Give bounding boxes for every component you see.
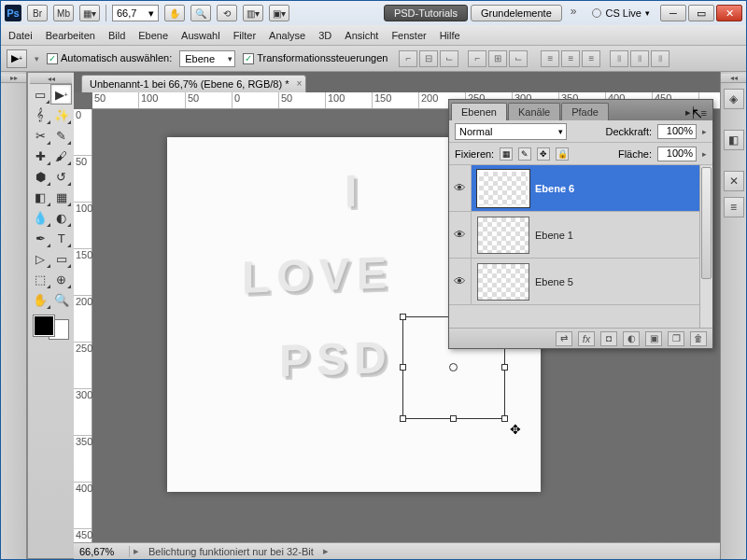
visibility-icon[interactable]: 👁 [449,259,472,304]
color-swatch[interactable] [34,315,69,340]
menu-datei[interactable]: Datei [8,30,33,41]
left-dock-expand-icon[interactable]: ▸▸ [1,74,26,83]
layer-style-icon[interactable]: fx [578,331,595,346]
delete-layer-icon[interactable]: 🗑 [690,331,707,346]
transform-handle-ml[interactable] [400,364,406,371]
panel-menu-icon[interactable]: ≡ [701,107,707,119]
group-icon[interactable]: ▣ [645,331,662,346]
close-button[interactable]: ✕ [716,5,742,21]
dist-right[interactable]: ⦀ [651,50,669,67]
layer-name[interactable]: Ebene 5 [535,276,573,287]
scrollbar-thumb[interactable] [701,167,712,279]
menu-ansicht[interactable]: Ansicht [345,30,378,41]
lock-transparency-icon[interactable]: ▦ [500,147,513,161]
current-tool-icon[interactable]: ▶+ [7,49,27,68]
transform-center-icon[interactable] [449,363,458,371]
workspace-grundelemente[interactable]: Grundelemente [471,5,562,21]
align-bottom[interactable]: ⌙ [440,50,458,67]
hand-tool[interactable]: ✋ [30,289,51,310]
opacity-input[interactable]: 100% [657,124,697,139]
adjustments-icon[interactable]: ◧ [724,130,744,150]
workspace-more-icon[interactable]: » [565,5,583,21]
tab-pfade[interactable]: Pfade [561,103,609,120]
tools-icon[interactable]: ✕ [724,171,744,191]
minimize-button[interactable]: ─ [660,5,686,21]
lock-all-icon[interactable]: 🔒 [556,147,569,161]
layer-row[interactable]: 👁 Ebene 1 [449,212,712,259]
menu-fenster[interactable]: Fenster [391,30,426,41]
pen-tool[interactable]: ✒ [30,228,51,248]
menu-analyse[interactable]: Analyse [269,30,305,41]
menu-auswahl[interactable]: Auswahl [181,30,220,41]
dist-vcenter[interactable]: ≡ [561,50,580,67]
toolbox-collapse-icon[interactable]: ◂◂ [30,75,72,84]
menu-hilfe[interactable]: Hilfe [440,30,460,41]
layer-name[interactable]: Ebene 1 [535,230,573,241]
move-tool[interactable]: ▶+ [50,84,72,105]
zoom-button[interactable]: 🔍 [190,5,211,21]
dist-bottom[interactable]: ≡ [582,50,600,67]
view-extras-button[interactable]: ▦▾ [79,5,100,21]
stamp-tool[interactable]: ⬢ [30,166,51,187]
align-left[interactable]: ⌐ [468,50,486,67]
close-tab-icon[interactable]: × [297,78,303,89]
dist-top[interactable]: ≡ [541,50,559,67]
healing-tool[interactable]: ✚ [30,146,51,166]
right-dock-expand-icon[interactable]: ◂◂ [721,74,746,83]
lock-position-icon[interactable]: ✥ [537,147,550,161]
link-layers-icon[interactable]: ⇄ [556,331,572,346]
fill-slider-icon[interactable]: ▸ [702,149,707,159]
rotate-button[interactable]: ⟲ [217,5,237,21]
layer-thumbnail[interactable] [477,217,529,254]
tab-kanaele[interactable]: Kanäle [508,103,560,120]
arrange-button[interactable]: ▥▾ [243,5,263,21]
transform-controls-checkbox[interactable]: ✓Transformationssteuerungen [243,52,388,64]
layer-mask-icon[interactable]: ◘ [600,331,617,346]
transform-handle-bm[interactable] [450,415,457,422]
new-layer-icon[interactable]: ❐ [668,331,684,346]
dodge-tool[interactable]: ◐ [51,207,73,228]
document-tab[interactable]: Unbenannt-1 bei 66,7% (Ebene 6, RGB/8) *… [81,75,306,92]
lasso-tool[interactable]: 𝄞 [30,105,51,125]
crop-tool[interactable]: ✂ [30,125,51,146]
align-right[interactable]: ⌙ [509,50,528,67]
3d-camera-tool[interactable]: ⊕ [51,269,73,289]
visibility-icon[interactable]: 👁 [449,212,472,258]
zoom-tool[interactable]: 🔍 [51,289,73,310]
menu-3d[interactable]: 3D [318,30,331,41]
minibridge-button[interactable]: Mb [53,5,74,21]
status-zoom[interactable]: 66,67% [74,546,130,557]
layer-name[interactable]: Ebene 6 [535,183,574,194]
blend-mode-dropdown[interactable]: Normal [455,123,567,140]
align-vcenter[interactable]: ⊟ [419,50,438,67]
marquee-tool[interactable]: ▭ [30,84,50,105]
brush-tool[interactable]: 🖌 [51,146,73,166]
layer-thumbnail[interactable] [477,263,529,301]
adjustment-layer-icon[interactable]: ◐ [623,331,640,346]
menu-ebene[interactable]: Ebene [138,30,168,41]
panel-flyout-icon[interactable]: ▸│ [685,106,698,119]
align-top[interactable]: ⌐ [399,50,417,67]
hand-button[interactable]: ✋ [164,5,185,21]
transform-handle-mr[interactable] [501,364,508,371]
cslive-button[interactable]: CS Live▾ [585,5,657,21]
shape-tool[interactable]: ▭ [51,248,73,269]
wand-tool[interactable]: ✨ [51,105,73,125]
eyedropper-tool[interactable]: ✎ [51,125,73,146]
transform-handle-tl[interactable] [400,314,406,320]
transform-handle-br[interactable] [501,415,508,422]
gradient-tool[interactable]: ▦ [51,187,73,207]
tab-ebenen[interactable]: Ebenen [451,103,507,120]
auto-select-target-dropdown[interactable]: Ebene [179,50,235,67]
visibility-icon[interactable]: 👁 [449,165,472,211]
blur-tool[interactable]: 💧 [30,207,51,228]
panel-scrollbar[interactable] [699,165,712,328]
menu-bearbeiten[interactable]: Bearbeiten [46,30,95,41]
bridge-button[interactable]: Br [27,5,48,21]
path-select-tool[interactable]: ▷ [30,248,51,269]
layers-icon[interactable]: ◈ [724,89,744,109]
workspace-psdtutorials[interactable]: PSD-Tutorials [384,5,468,21]
foreground-color[interactable] [34,315,54,336]
eraser-tool[interactable]: ◧ [30,187,51,207]
3d-tool[interactable]: ⬚ [30,269,51,289]
